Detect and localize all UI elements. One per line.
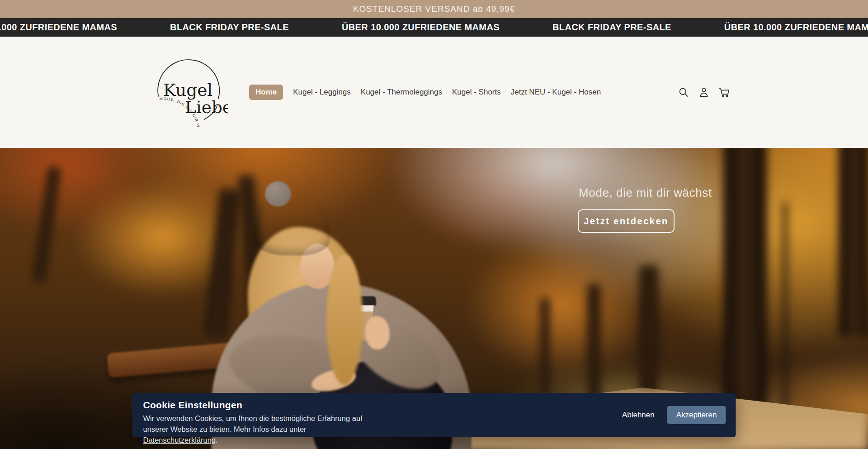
nav-item-kugel-leggings[interactable]: Kugel - Leggings bbox=[293, 88, 351, 97]
marquee-item: BLACK FRIDAY PRE-SALE bbox=[552, 22, 671, 33]
marquee-track: ÜBER 10.000 ZUFRIEDENE MAMAS BLACK FRIDA… bbox=[0, 22, 868, 33]
logo[interactable]: Kugel Liebe MODE, DIE MIT DIR WÄCHST bbox=[152, 54, 228, 132]
nav-item-home[interactable]: Home bbox=[249, 85, 283, 100]
nav-item-kugel-shorts[interactable]: Kugel - Shorts bbox=[452, 88, 501, 97]
cookie-body: Wir verwenden Cookies, um Ihnen die best… bbox=[143, 413, 365, 446]
cookie-decline-button[interactable]: Ablehnen bbox=[622, 411, 655, 420]
logo-text-line1: Kugel bbox=[163, 80, 212, 100]
nav-item-jetzt-neu-kugel-hosen[interactable]: Jetzt NEU - Kugel - Hosen bbox=[511, 88, 601, 97]
hero-heading: Mode, die mit dir wächst bbox=[579, 186, 712, 200]
announcement-bar: KOSTENLOSER VERSAND ab 49,99€ bbox=[0, 0, 868, 18]
woman-hand-on-cup bbox=[365, 316, 390, 350]
marquee-item: ÜBER 10.000 ZUFRIEDENE MAMAS bbox=[342, 22, 500, 33]
marquee-item: BLACK FRIDAY PRE-SALE bbox=[170, 22, 289, 33]
account-icon[interactable] bbox=[698, 86, 710, 99]
privacy-policy-link[interactable]: Datenschutzerklärung bbox=[143, 436, 216, 444]
header-icons bbox=[677, 37, 730, 148]
cart-icon[interactable] bbox=[718, 86, 730, 99]
marquee-item: ÜBER 10.000 ZUFRIEDENE MAMAS bbox=[0, 22, 117, 33]
search-icon[interactable] bbox=[677, 86, 689, 99]
cookie-body-text: Wir verwenden Cookies, um Ihnen die best… bbox=[143, 414, 363, 433]
marquee-bar: ÜBER 10.000 ZUFRIEDENE MAMAS BLACK FRIDA… bbox=[0, 18, 868, 37]
cookie-actions: Ablehnen Akzeptieren bbox=[622, 406, 726, 424]
cookie-banner: Cookie Einstellungen Wir verwenden Cooki… bbox=[132, 393, 736, 437]
cookie-body-period: . bbox=[216, 436, 218, 444]
logo-mark: Kugel Liebe MODE, DIE MIT DIR WÄCHST bbox=[152, 54, 228, 132]
woman-hair-front bbox=[326, 254, 363, 385]
page: KOSTENLOSER VERSAND ab 49,99€ ÜBER 10.00… bbox=[0, 0, 868, 449]
main-nav: Home Kugel - Leggings Kugel - Thermolegg… bbox=[249, 37, 601, 148]
woman-beanie-pompom bbox=[265, 181, 291, 207]
announcement-text: KOSTENLOSER VERSAND ab 49,99€ bbox=[353, 4, 515, 14]
marquee-item: ÜBER 10.000 ZUFRIEDENE MAMAS bbox=[724, 22, 868, 33]
woman-beanie bbox=[253, 191, 330, 255]
nav-item-kugel-thermoleggings[interactable]: Kugel - Thermoleggings bbox=[361, 88, 442, 97]
site-header: Kugel Liebe MODE, DIE MIT DIR WÄCHST Hom… bbox=[0, 37, 868, 148]
hero-cta-button[interactable]: Jetzt entdecken bbox=[578, 209, 675, 233]
cookie-accept-button[interactable]: Akzeptieren bbox=[667, 406, 726, 424]
